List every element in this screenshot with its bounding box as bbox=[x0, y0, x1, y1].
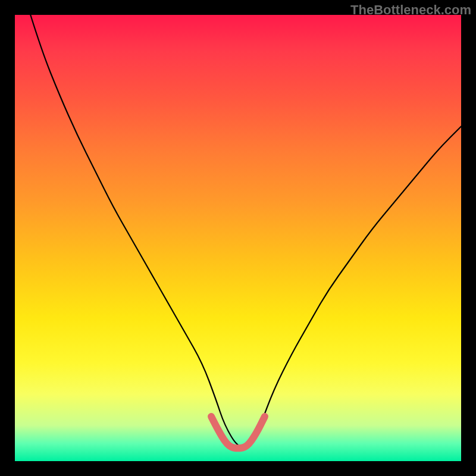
watermark-text: TheBottleneck.com bbox=[350, 2, 471, 18]
bottleneck-curve-path bbox=[30, 15, 461, 448]
curve-svg bbox=[15, 15, 461, 461]
optimal-range-highlight bbox=[211, 416, 265, 448]
plot-area bbox=[15, 15, 461, 461]
chart-container: TheBottleneck.com bbox=[0, 0, 476, 476]
